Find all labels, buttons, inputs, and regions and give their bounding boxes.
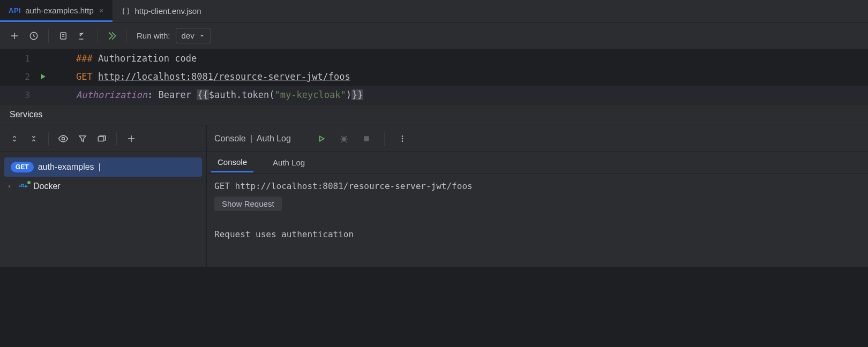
add-request-button[interactable] (5, 27, 24, 45)
code-text: GET http://localhost:8081/resource-serve… (61, 71, 350, 82)
group-button[interactable] (93, 130, 111, 148)
api-file-icon: API (9, 6, 21, 14)
debug-button[interactable] (335, 130, 353, 148)
show-request-button[interactable]: Show Request (214, 197, 282, 211)
history-button[interactable] (25, 27, 43, 45)
svg-point-2 (62, 137, 65, 140)
editor-line[interactable]: 3 Authorization: Bearer {{$auth.token("m… (0, 86, 868, 104)
svg-rect-7 (21, 184, 22, 185)
separator (97, 29, 98, 43)
tree-item-docker[interactable]: Docker (0, 177, 206, 196)
svg-rect-8 (23, 184, 24, 185)
svg-point-13 (402, 140, 403, 142)
editor-line[interactable]: 1 ### Authorization code (0, 49, 868, 67)
separator (116, 132, 117, 146)
tab-console[interactable]: Console (211, 153, 253, 172)
http-method-badge: GET (11, 162, 34, 172)
tab-http-client-env[interactable]: http-client.env.json (113, 0, 209, 22)
code-text: ### Authorization code (61, 53, 197, 64)
chevron-right-icon (6, 183, 14, 190)
svg-rect-4 (19, 185, 20, 186)
services-tree-toolbar (0, 125, 206, 152)
tab-auth-log[interactable]: Auth Log (266, 154, 311, 171)
more-button[interactable] (393, 130, 411, 148)
console-message: Request uses authentication (214, 229, 860, 239)
run-all-button[interactable] (103, 27, 121, 45)
collapse-button[interactable] (25, 130, 43, 148)
editor-toolbar: Run with: dev (0, 22, 868, 49)
separator (126, 29, 127, 43)
environment-value: dev (182, 31, 194, 40)
breadcrumb-authlog[interactable]: Auth Log (257, 134, 291, 144)
filter-button[interactable] (73, 130, 92, 148)
console-output[interactable]: GET http://localhost:8081/resource-serve… (207, 174, 868, 239)
code-editor[interactable]: 1 ### Authorization code 2 GET http://lo… (0, 49, 868, 104)
code-text: Authorization: Bearer {{$auth.token("my-… (61, 89, 363, 100)
show-button[interactable] (54, 130, 72, 148)
svg-rect-5 (21, 185, 22, 186)
docker-icon (18, 182, 29, 191)
tree-item-label: auth-examples (38, 162, 94, 172)
breadcrumb-console[interactable]: Console (214, 134, 246, 144)
svg-point-12 (402, 138, 403, 139)
run-with-group: Run with: dev (137, 28, 211, 43)
gutter-area (36, 72, 61, 81)
services-panel-title: Services (0, 104, 868, 125)
services-panel: GET auth-examples | Docker Console | Aut… (0, 125, 868, 267)
run-gutter-icon[interactable] (39, 72, 47, 81)
svg-point-9 (342, 137, 346, 141)
line-number: 3 (0, 90, 36, 100)
tree-item-label: Docker (33, 182, 61, 191)
services-tree: GET auth-examples | Docker (0, 152, 206, 201)
tab-label: auth-examples.http (25, 6, 94, 15)
svg-rect-3 (98, 137, 104, 141)
svg-rect-10 (364, 136, 369, 141)
svg-rect-6 (23, 185, 24, 186)
json-file-icon (121, 6, 131, 16)
editor-tabs-bar: API auth-examples.http × http-client.env… (0, 0, 868, 22)
tab-auth-examples[interactable]: API auth-examples.http × (0, 0, 113, 22)
services-tree-pane: GET auth-examples | Docker (0, 125, 207, 267)
close-icon[interactable]: × (98, 6, 105, 15)
examples-button[interactable] (54, 27, 72, 45)
separator (384, 132, 385, 146)
stop-button[interactable] (357, 130, 376, 148)
tab-label: http-client.env.json (135, 6, 201, 16)
services-detail-pane: Console | Auth Log Console Auth Log GET … (207, 125, 868, 267)
expand-collapse-button[interactable] (5, 130, 24, 148)
separator (48, 29, 49, 43)
environment-dropdown[interactable]: dev (176, 28, 211, 43)
services-detail-tabs: Console Auth Log (207, 152, 868, 174)
rerun-button[interactable] (312, 130, 331, 148)
add-service-button[interactable] (122, 130, 140, 148)
services-detail-toolbar: Console | Auth Log (207, 125, 868, 152)
breadcrumb-sep: | (250, 134, 252, 144)
import-button[interactable] (73, 27, 92, 45)
line-number: 1 (0, 54, 36, 64)
tree-item-request[interactable]: GET auth-examples | (4, 157, 202, 177)
cursor-indicator: | (99, 162, 101, 172)
chevron-down-icon (199, 33, 205, 39)
separator (48, 132, 49, 146)
console-request-line: GET http://localhost:8081/resource-serve… (214, 181, 860, 191)
svg-point-11 (402, 135, 403, 137)
editor-line[interactable]: 2 GET http://localhost:8081/resource-ser… (0, 67, 868, 86)
run-with-label: Run with: (137, 31, 170, 40)
line-number: 2 (0, 72, 36, 82)
